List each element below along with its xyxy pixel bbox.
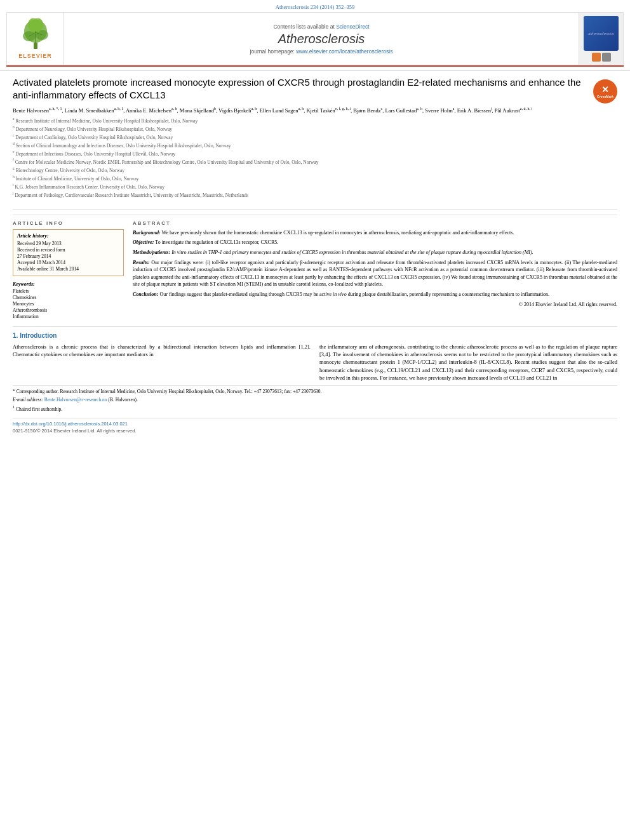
intro-left-col: Atherosclerosis is a chronic process tha… <box>13 343 311 382</box>
keywords-section: Keywords: Platelets Chemokines Monocytes… <box>13 281 124 319</box>
received-revised-label: Received in revised form <box>17 247 119 253</box>
intro-heading: 1. Introduction <box>13 332 617 339</box>
keyword-3: Monocytes <box>13 301 124 307</box>
received-date: Received 29 May 2013 <box>17 241 119 246</box>
intro-columns: Atherosclerosis is a chronic process tha… <box>13 343 617 382</box>
contents-line: Contents lists available at ScienceDirec… <box>273 23 369 30</box>
affiliation-g: g Biotechnology Centre, University of Os… <box>13 166 587 174</box>
history-label: Article history: <box>17 233 119 239</box>
methods-label: Methods/patients: <box>133 250 171 255</box>
affiliation-h: h Institute of Clinical Medicine, Univer… <box>13 175 587 182</box>
journal-header: Atherosclerosis 234 (2014) 352–359 ELSEV… <box>0 0 630 71</box>
background-text: We have previously shown that the homeos… <box>162 230 514 236</box>
abstract-background: Background: We have previously shown tha… <box>133 229 617 237</box>
available-date: Available online 31 March 2014 <box>17 266 119 272</box>
top-reference: Atherosclerosis 234 (2014) 352–359 <box>0 4 630 10</box>
abstract-content: Background: We have previously shown tha… <box>133 229 617 309</box>
accepted-date: Accepted 18 March 2014 <box>17 260 119 265</box>
abstract-results: Results: Our major findings were: (i) to… <box>133 259 617 288</box>
authors-line: Bente Halvorsena, h, *, 1, Linda M. Smed… <box>13 106 587 115</box>
journal-homepage: journal homepage: www.elsevier.com/locat… <box>250 48 393 55</box>
affiliation-b: b Department of Neurology, Oslo Universi… <box>13 125 587 133</box>
elsevier-tree-icon <box>17 18 55 50</box>
article-title-section: Activated platelets promote increased mo… <box>13 76 617 210</box>
footnote-chaired: 1 Chaired first authorship. <box>13 404 617 413</box>
intro-number: 1. <box>13 332 20 339</box>
affiliation-e: e Department of Infectious Diseases, Osl… <box>13 150 587 157</box>
objective-label: Objective: <box>133 239 155 245</box>
article-info-column: ARTICLE INFO Article history: Received 2… <box>13 220 124 320</box>
article-body: Activated platelets promote increased mo… <box>0 71 630 439</box>
copyright-line: © 2014 Elsevier Ireland Ltd. All rights … <box>133 301 617 309</box>
results-label: Results: <box>133 260 151 265</box>
crossmark-x-icon: ✕ <box>601 85 609 94</box>
abstract-objective: Objective: To investigate the regulation… <box>133 239 617 246</box>
introduction-section: 1. Introduction Atherosclerosis is a chr… <box>13 326 617 434</box>
atherosclerosis-logo-img: atherosclerosis <box>584 16 619 51</box>
conclusion-label: Conclusion: <box>133 291 159 297</box>
right-logo-icons <box>592 53 611 62</box>
keyword-1: Platelets <box>13 288 124 294</box>
crossmark-text: CrossMark <box>597 95 613 98</box>
affiliations: a Research Institute of Internal Medicin… <box>13 117 587 199</box>
elsevier-logo: ELSEVIER <box>7 13 64 65</box>
right-logo-area: atherosclerosis <box>579 13 623 65</box>
affiliation-a: a Research Institute of Internal Medicin… <box>13 117 587 124</box>
affiliation-c: c Department of Cardiology, Oslo Univers… <box>13 133 587 141</box>
abstract-heading: ABSTRACT <box>133 220 617 226</box>
affiliation-i: i K.G. Jebsen Inflammation Research Cent… <box>13 183 587 190</box>
article-title-text: Activated platelets promote increased mo… <box>13 76 587 204</box>
keywords-label: Keywords: <box>13 281 124 287</box>
background-label: Background: <box>133 230 162 236</box>
affiliation-f: f Centre for Molecular Medicine Norway, … <box>13 158 587 166</box>
footnote-email: E-mail address: Bente.Halvorsen@rr-resea… <box>13 397 617 404</box>
intro-title: Introduction <box>20 332 57 339</box>
doi-line[interactable]: http://dx.doi.org/10.1016/j.atherosclero… <box>13 421 617 427</box>
article-title: Activated platelets promote increased mo… <box>13 76 587 101</box>
email-link[interactable]: Bente.Halvorsen@rr-research.no <box>44 397 107 403</box>
homepage-link[interactable]: www.elsevier.com/locate/atherosclerosis <box>296 48 392 55</box>
revised-date: 27 February 2014 <box>17 253 119 259</box>
abstract-conclusion: Conclusion: Our findings suggest that pl… <box>133 291 617 298</box>
methods-text: In vitro studies in THP-1 and primary mo… <box>171 250 533 255</box>
journal-center-info: Contents lists available at ScienceDirec… <box>64 13 579 65</box>
header-rule <box>6 65 624 67</box>
affiliation-d: d Section of Clinical Immunology and Inf… <box>13 142 587 149</box>
keyword-5: Inflammation <box>13 314 124 319</box>
crossmark-circle: ✕ CrossMark <box>593 79 617 103</box>
keyword-4: Atherothrombosis <box>13 307 124 313</box>
issn-line: 0021-9150/© 2014 Elsevier Ireland Ltd. A… <box>13 428 617 434</box>
logo-icon-1 <box>592 53 601 62</box>
svg-rect-0 <box>34 43 37 49</box>
keyword-2: Chemokines <box>13 295 124 300</box>
journal-title: Atherosclerosis <box>278 32 365 46</box>
abstract-methods: Methods/patients: In vitro studies in TH… <box>133 249 617 257</box>
footnotes-section: * Corresponding author. Research Institu… <box>13 385 617 413</box>
page: Atherosclerosis 234 (2014) 352–359 ELSEV… <box>0 0 630 840</box>
logo-icon-2 <box>602 53 611 62</box>
article-info-box: Article history: Received 29 May 2013 Re… <box>13 229 124 276</box>
crossmark-badge[interactable]: ✕ CrossMark <box>593 79 617 103</box>
article-info-heading: ARTICLE INFO <box>13 220 124 226</box>
bottom-bar: http://dx.doi.org/10.1016/j.atherosclero… <box>13 418 617 434</box>
intro-right-text: the inflammatory arm of atherogenesis, c… <box>319 343 617 382</box>
conclusion-text-span: Our findings suggest that platelet-media… <box>159 291 549 297</box>
objective-text: To investigate the regulation of CXCL13s… <box>155 239 278 245</box>
intro-right-col: the inflammatory arm of atherogenesis, c… <box>319 343 617 382</box>
article-info-abstract: ARTICLE INFO Article history: Received 2… <box>13 215 617 320</box>
intro-left-text: Atherosclerosis is a chronic process tha… <box>13 343 311 359</box>
affiliation-j: j Department of Pathology, Cardiovascula… <box>13 191 587 199</box>
header-box: ELSEVIER Contents lists available at Sci… <box>6 12 624 65</box>
results-text: Our major findings were: (i) toll-like r… <box>133 260 617 288</box>
footnote-corresponding: * Corresponding author. Research Institu… <box>13 389 617 396</box>
abstract-column: ABSTRACT Background: We have previously … <box>133 220 617 320</box>
elsevier-label: ELSEVIER <box>18 53 52 59</box>
